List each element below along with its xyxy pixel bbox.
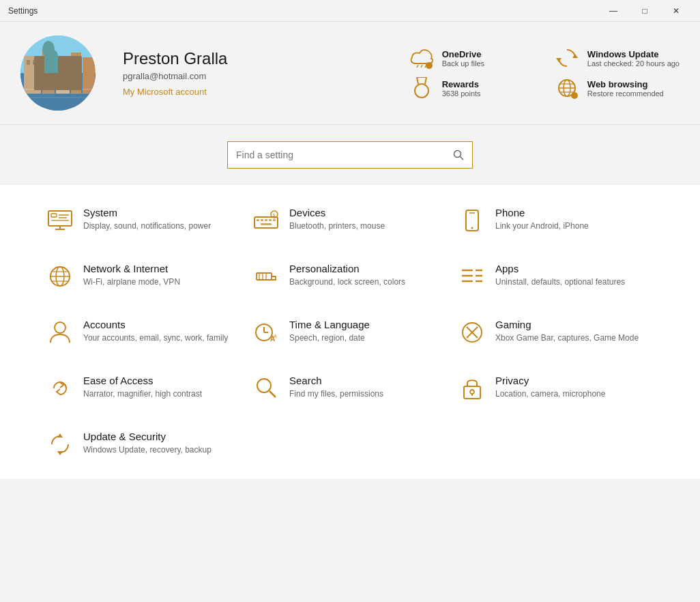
onedrive-text: OneDrive Back up files bbox=[442, 49, 484, 68]
svg-rect-4 bbox=[56, 59, 70, 94]
svg-rect-5 bbox=[71, 53, 81, 94]
minimize-button[interactable]: — bbox=[598, 0, 629, 22]
window-controls: — □ ✕ bbox=[598, 0, 692, 22]
web-browsing-notification-dot bbox=[571, 92, 578, 99]
svg-point-7 bbox=[42, 41, 55, 57]
svg-marker-82 bbox=[57, 433, 63, 438]
system-text: System Display, sound, notifications, po… bbox=[83, 207, 211, 232]
settings-item-devices[interactable]: $ Devices Bluetooth, printers, mouse bbox=[247, 192, 453, 248]
svg-rect-43 bbox=[265, 219, 267, 221]
profile-info: Preston Gralla pgralla@hotmail.com My Mi… bbox=[123, 49, 382, 98]
svg-point-31 bbox=[454, 151, 461, 158]
svg-rect-42 bbox=[261, 219, 263, 221]
system-icon bbox=[48, 208, 72, 233]
quick-item-rewards[interactable]: Rewards 3638 points bbox=[409, 76, 534, 100]
settings-item-gaming[interactable]: Gaming Xbox Game Bar, captures, Game Mod… bbox=[453, 304, 659, 360]
window-title: Settings bbox=[8, 6, 38, 16]
svg-rect-16 bbox=[20, 97, 96, 98]
phone-icon bbox=[460, 208, 484, 233]
svg-point-80 bbox=[470, 390, 474, 394]
svg-rect-36 bbox=[51, 214, 57, 217]
ease-of-access-icon bbox=[48, 376, 72, 401]
profile-email: pgralla@hotmail.com bbox=[123, 71, 382, 81]
settings-main: System Display, sound, notifications, po… bbox=[0, 185, 700, 478]
quick-item-web-browsing[interactable]: Web browsing Restore recommended bbox=[555, 76, 680, 100]
settings-item-personalization[interactable]: Personalization Background, lock screen,… bbox=[247, 248, 453, 304]
svg-rect-44 bbox=[269, 219, 272, 221]
svg-point-77 bbox=[257, 379, 271, 392]
close-button[interactable]: ✕ bbox=[660, 0, 692, 22]
svg-rect-40 bbox=[254, 217, 278, 228]
privacy-icon bbox=[460, 376, 484, 401]
svg-rect-14 bbox=[20, 89, 96, 90]
svg-rect-11 bbox=[63, 64, 67, 69]
accounts-icon bbox=[48, 320, 72, 345]
settings-item-phone[interactable]: Phone Link your Android, iPhone bbox=[453, 192, 659, 248]
windows-update-icon bbox=[555, 46, 579, 70]
web-browsing-icon bbox=[555, 76, 579, 100]
gaming-text: Gaming Xbox Game Bar, captures, Game Mod… bbox=[495, 319, 639, 344]
settings-grid: System Display, sound, notifications, po… bbox=[41, 192, 659, 472]
devices-icon: $ bbox=[254, 208, 278, 233]
gaming-icon bbox=[460, 320, 484, 345]
svg-marker-83 bbox=[57, 451, 63, 455]
settings-item-search[interactable]: Search Find my files, permissions bbox=[247, 360, 453, 416]
svg-line-32 bbox=[461, 157, 464, 160]
onedrive-icon bbox=[409, 46, 434, 70]
search-input[interactable] bbox=[236, 149, 453, 160]
settings-item-time[interactable]: A A Time & Language Speech, region, date bbox=[247, 304, 453, 360]
maximize-button[interactable]: □ bbox=[629, 0, 660, 22]
accounts-text: Accounts Your accounts, email, sync, wor… bbox=[83, 319, 228, 344]
settings-item-system[interactable]: System Display, sound, notifications, po… bbox=[41, 192, 247, 248]
svg-line-18 bbox=[421, 65, 422, 68]
rewards-text: Rewards 3638 points bbox=[442, 79, 481, 98]
apps-icon bbox=[460, 264, 484, 289]
apps-text: Apps Uninstall, defaults, optional featu… bbox=[495, 263, 625, 288]
network-text: Network & Internet Wi-Fi, airplane mode,… bbox=[83, 263, 180, 288]
settings-item-apps[interactable]: Apps Uninstall, defaults, optional featu… bbox=[453, 248, 659, 304]
svg-point-68 bbox=[55, 322, 65, 333]
quick-item-onedrive[interactable]: OneDrive Back up files bbox=[409, 46, 534, 70]
svg-line-24 bbox=[425, 77, 426, 84]
search-settings-text: Search Find my files, permissions bbox=[289, 375, 383, 400]
onedrive-notification-dot bbox=[426, 62, 433, 69]
svg-rect-10 bbox=[58, 64, 61, 69]
settings-item-update[interactable]: Update & Security Windows Update, recove… bbox=[41, 416, 247, 472]
phone-text: Phone Link your Android, iPhone bbox=[495, 207, 589, 232]
title-bar: Settings — □ ✕ bbox=[0, 0, 700, 22]
profile-name: Preston Gralla bbox=[123, 49, 382, 68]
svg-rect-6 bbox=[83, 57, 95, 94]
svg-point-22 bbox=[415, 84, 428, 98]
settings-item-network[interactable]: Network & Internet Wi-Fi, airplane mode,… bbox=[41, 248, 247, 304]
microsoft-account-link[interactable]: My Microsoft account bbox=[123, 87, 207, 97]
avatar bbox=[20, 35, 96, 111]
settings-item-accounts[interactable]: Accounts Your accounts, email, sync, wor… bbox=[41, 304, 247, 360]
svg-rect-8 bbox=[27, 60, 30, 65]
svg-rect-79 bbox=[464, 386, 480, 399]
web-browsing-text: Web browsing Restore recommended bbox=[587, 79, 664, 98]
devices-text: Devices Bluetooth, printers, mouse bbox=[289, 207, 385, 232]
search-settings-icon bbox=[254, 376, 278, 401]
svg-rect-45 bbox=[273, 219, 276, 221]
update-security-icon bbox=[48, 432, 72, 457]
time-language-icon: A A bbox=[254, 320, 278, 345]
personalization-text: Personalization Background, lock screen,… bbox=[289, 263, 405, 288]
svg-rect-15 bbox=[20, 93, 96, 94]
quick-item-windows-update[interactable]: Windows Update Last checked: 20 hours ag… bbox=[555, 46, 680, 70]
svg-rect-46 bbox=[261, 223, 272, 225]
profile-header: Preston Gralla pgralla@hotmail.com My Mi… bbox=[0, 22, 700, 125]
settings-item-ease[interactable]: Ease of Access Narrator, magnifier, high… bbox=[41, 360, 247, 416]
svg-rect-3 bbox=[42, 49, 55, 94]
update-security-text: Update & Security Windows Update, recove… bbox=[83, 431, 212, 456]
svg-rect-57 bbox=[257, 273, 272, 280]
quick-settings: OneDrive Back up files Windows Update La… bbox=[409, 46, 680, 100]
settings-item-privacy[interactable]: Privacy Location, camera, microphone bbox=[453, 360, 659, 416]
ease-text: Ease of Access Narrator, magnifier, high… bbox=[83, 375, 202, 400]
svg-rect-2 bbox=[24, 56, 41, 94]
svg-marker-20 bbox=[572, 54, 578, 58]
time-language-text: Time & Language Speech, region, date bbox=[289, 319, 370, 344]
svg-line-17 bbox=[417, 65, 418, 68]
svg-point-50 bbox=[471, 227, 473, 229]
svg-rect-9 bbox=[33, 60, 36, 65]
svg-text:A: A bbox=[274, 334, 277, 339]
